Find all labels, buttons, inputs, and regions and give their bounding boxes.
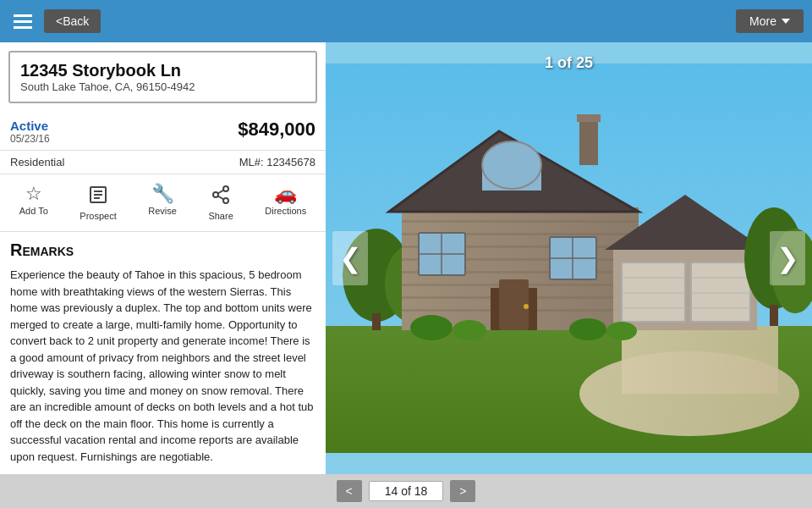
type-ml-row: Residential ML#: 12345678 [0,151,326,174]
svg-rect-14 [372,313,381,330]
photo-counter: 1 of 25 [545,54,593,72]
remarks-text: Experience the beauty of Tahoe in this s… [10,267,315,465]
remarks-title: Remarks [10,240,315,260]
next-page-button[interactable]: > [450,480,475,502]
back-button[interactable]: <Back [44,9,101,33]
svg-rect-12 [622,326,778,394]
status-section: Active 05/23/16 [10,119,50,145]
svg-rect-35 [482,165,541,190]
svg-point-5 [213,192,218,197]
status-date: 05/23/16 [10,133,50,145]
hamburger-line [14,20,32,23]
svg-rect-18 [402,220,639,223]
page-indicator: 14 of 18 [369,481,444,501]
svg-line-7 [218,196,224,200]
svg-rect-38 [499,279,529,330]
address-street: 12345 Storybook Ln [20,61,305,80]
address-section: 12345 Storybook Ln South Lake Tahoe, CA,… [8,51,317,103]
address-city: South Lake Tahoe, CA, 96150-4942 [20,80,305,93]
svg-point-56 [410,315,453,340]
property-photo [326,42,812,474]
svg-rect-55 [577,114,601,122]
svg-point-4 [223,186,228,191]
photo-panel: 1 of 25 [326,42,812,474]
header: <Back More [0,0,812,42]
prospect-button[interactable]: Prospect [73,181,123,224]
status-badge: Active [10,119,50,133]
svg-rect-61 [770,305,778,326]
price: $849,000 [238,119,315,141]
wrench-icon: 🔧 [151,185,174,203]
chevron-down-icon [782,19,790,24]
hamburger-button[interactable] [8,9,37,34]
svg-line-8 [218,190,224,194]
svg-point-59 [606,322,637,340]
more-button[interactable]: More [736,9,804,33]
photo-next-button[interactable]: ❯ [770,231,805,285]
svg-point-58 [569,318,606,340]
svg-rect-54 [579,119,598,165]
car-icon: 🚗 [274,185,297,203]
add-to-button[interactable]: ☆ Add To [13,181,55,224]
svg-rect-49 [691,262,750,322]
chevron-left-icon: ❮ [339,242,362,274]
chevron-right-icon: ❯ [776,242,799,274]
svg-point-39 [524,304,529,309]
hamburger-line [14,14,32,17]
share-icon [211,185,231,208]
revise-button[interactable]: 🔧 Revise [141,181,184,224]
directions-button[interactable]: 🚗 Directions [258,181,313,224]
prospect-icon [88,185,108,208]
actions-row: ☆ Add To Prospect 🔧 Revise [0,174,326,232]
photo-prev-button[interactable]: ❮ [332,231,368,285]
ml-number: ML#: 12345678 [239,156,315,168]
star-icon: ☆ [25,185,42,203]
svg-rect-44 [622,262,685,322]
property-type: Residential [10,156,64,168]
remarks-section: Remarks Experience the beauty of Tahoe i… [0,232,326,473]
svg-point-6 [223,198,228,203]
status-price-row: Active 05/23/16 $849,000 [0,112,326,151]
svg-point-57 [453,320,486,340]
prev-page-button[interactable]: < [337,480,362,502]
bottom-bar: < 14 of 18 > [0,474,812,508]
left-panel: 12345 Storybook Ln South Lake Tahoe, CA,… [0,42,326,474]
main-content: 12345 Storybook Ln South Lake Tahoe, CA,… [0,42,812,474]
hamburger-line [14,26,32,29]
share-button[interactable]: Share [201,181,239,224]
